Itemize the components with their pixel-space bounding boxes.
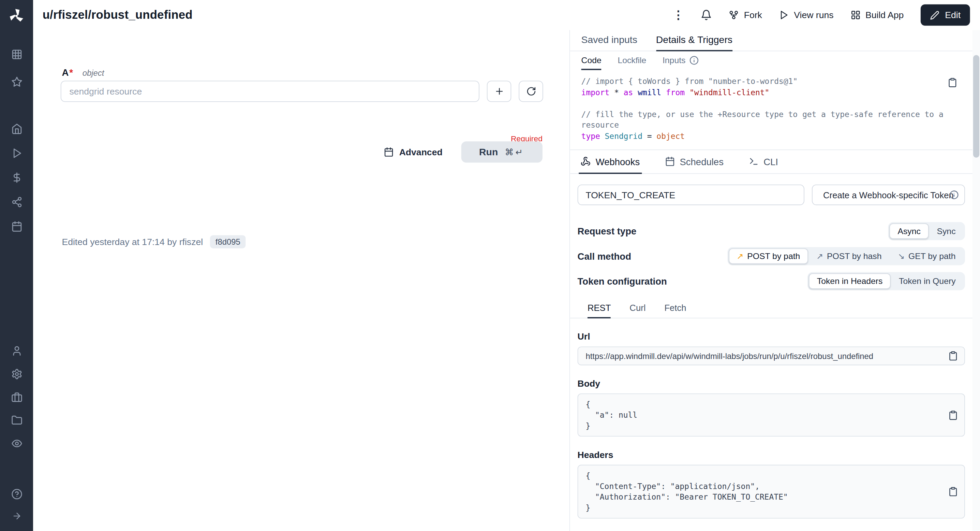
scrollbar-thumb[interactable]: [973, 55, 979, 158]
toggle-post-by-hash[interactable]: ↗ POST by hash: [808, 249, 889, 264]
help-icon[interactable]: [0, 483, 33, 505]
toggle-sync[interactable]: Sync: [929, 223, 964, 239]
call-method-label: Call method: [578, 251, 631, 262]
copy-icon[interactable]: [948, 410, 958, 420]
url-value: https://app.windmill.dev/api/w/windmill-…: [585, 351, 873, 360]
copy-icon[interactable]: [948, 78, 958, 88]
layout-grid-icon: [850, 10, 860, 20]
argument-type: object: [83, 68, 104, 78]
toggle-token-query[interactable]: Token in Query: [891, 273, 964, 289]
required-star: *: [69, 67, 73, 78]
tab-details-triggers[interactable]: Details & Triggers: [656, 30, 732, 51]
refresh-icon: [526, 86, 536, 96]
terminal-icon: [748, 156, 758, 166]
tab-code[interactable]: Code: [581, 51, 601, 70]
call-method-toggle: ↗ POST by path ↗ POST by hash ↘ GET by p…: [727, 247, 965, 265]
sidebar-item-home[interactable]: [0, 116, 33, 140]
edited-info: Edited yesterday at 17:14 by rfiszel: [62, 237, 203, 247]
body-value-box: { "a": null }: [578, 394, 965, 437]
version-badge[interactable]: f8d095: [210, 235, 246, 248]
kebab-icon: ⋮: [673, 9, 684, 21]
code-line: [581, 97, 961, 108]
info-icon: [949, 190, 959, 199]
notifications-button[interactable]: [701, 9, 712, 21]
sidebar-item-schedules[interactable]: [0, 214, 33, 238]
run-shortcut: ⌘↵: [505, 147, 525, 157]
tab-inputs[interactable]: Inputs: [663, 51, 699, 70]
page-title: u/rfiszel/robust_undefined: [43, 8, 192, 22]
toggle-get-by-path[interactable]: ↘ GET by path: [889, 249, 964, 264]
expand-sidebar-icon[interactable]: [0, 505, 33, 526]
sidebar-item-folders[interactable]: [0, 408, 33, 432]
run-button[interactable]: Run ⌘↵: [461, 141, 542, 163]
advanced-button[interactable]: Advanced: [383, 147, 442, 157]
plus-icon: [494, 86, 504, 96]
app-window: u/rfiszel/robust_undefined ⋮ Fork View r…: [0, 0, 980, 531]
tab-curl[interactable]: Curl: [630, 298, 646, 318]
code-line: // import { toWords } from "number-to-wo…: [581, 76, 961, 87]
tab-lockfile[interactable]: Lockfile: [617, 51, 646, 70]
code-line: // fill the type, or use the +Resource t…: [581, 108, 961, 130]
token-input[interactable]: [578, 185, 804, 205]
pencil-icon: [930, 10, 939, 19]
toggle-async[interactable]: Async: [889, 223, 929, 239]
tab-webhooks[interactable]: Webhooks: [579, 150, 641, 174]
fork-button[interactable]: Fork: [729, 10, 762, 20]
tab-schedules[interactable]: Schedules: [663, 150, 725, 174]
copy-icon[interactable]: [948, 351, 958, 361]
details-panel: Saved inputs Details & Triggers Code Loc…: [570, 30, 972, 531]
tab-rest[interactable]: REST: [587, 298, 611, 318]
calendar-icon: [383, 147, 393, 157]
view-runs-button[interactable]: View runs: [779, 10, 834, 20]
sidebar: [0, 0, 33, 531]
calendar-icon: [665, 156, 675, 166]
tab-fetch[interactable]: Fetch: [664, 298, 686, 318]
code-line: type Sendgrid = object: [581, 130, 961, 141]
sidebar-item-variables[interactable]: [0, 165, 33, 190]
git-fork-icon: [729, 10, 739, 20]
info-icon: [689, 55, 698, 64]
url-label: Url: [578, 332, 965, 341]
refresh-button[interactable]: [519, 81, 543, 102]
sidebar-item-runs[interactable]: [0, 140, 33, 165]
sidebar-item-audit-logs[interactable]: [0, 432, 33, 455]
webhook-icon: [581, 156, 590, 166]
sidebar-item-favorites[interactable]: [0, 69, 33, 94]
sidebar-item-users[interactable]: [0, 339, 33, 362]
more-menu-button[interactable]: ⋮: [673, 9, 684, 21]
toggle-token-headers[interactable]: Token in Headers: [809, 273, 891, 289]
code-line: import * as wmill from "windmill-client": [581, 87, 961, 97]
play-icon: [779, 10, 789, 20]
edit-button[interactable]: Edit: [921, 5, 970, 26]
sidebar-item-resources[interactable]: [0, 190, 33, 214]
headers-value-box: { "Content-Type": "application/json", "A…: [578, 465, 965, 519]
toggle-post-by-path[interactable]: ↗ POST by path: [729, 249, 808, 264]
build-app-button[interactable]: Build App: [850, 10, 904, 20]
run-form-panel: A* object Required Advanced Run ⌘↵ Edite: [33, 30, 570, 531]
tab-saved-inputs[interactable]: Saved inputs: [581, 30, 637, 51]
arrow-up-right-icon: ↗: [737, 252, 743, 260]
add-resource-button[interactable]: [487, 81, 511, 102]
arrow-up-right-icon: ↗: [816, 252, 823, 260]
create-webhook-token-button[interactable]: Create a Webhook-specific Token: [812, 185, 965, 205]
topbar: u/rfiszel/robust_undefined ⋮ Fork View r…: [33, 0, 980, 30]
token-config-label: Token configuration: [578, 276, 667, 286]
windmill-logo-icon[interactable]: [8, 0, 25, 31]
token-config-toggle: Token in Headers Token in Query: [807, 272, 965, 290]
bell-icon: [701, 9, 712, 21]
code-preview: // import { toWords } from "number-to-wo…: [570, 70, 972, 150]
url-value-box: https://app.windmill.dev/api/w/windmill-…: [578, 346, 965, 365]
headers-label: Headers: [578, 450, 965, 460]
argument-input[interactable]: [61, 81, 479, 102]
tab-cli[interactable]: CLI: [747, 150, 780, 174]
arrow-down-right-icon: ↘: [898, 252, 905, 260]
sidebar-item-apps[interactable]: [0, 42, 33, 67]
copy-icon[interactable]: [948, 486, 958, 496]
body-label: Body: [578, 378, 965, 388]
request-type-toggle: Async Sync: [888, 222, 965, 240]
sidebar-item-workers[interactable]: [0, 385, 33, 408]
sidebar-item-settings[interactable]: [0, 362, 33, 385]
argument-label: A* object: [62, 67, 104, 78]
request-type-label: Request type: [578, 226, 636, 236]
